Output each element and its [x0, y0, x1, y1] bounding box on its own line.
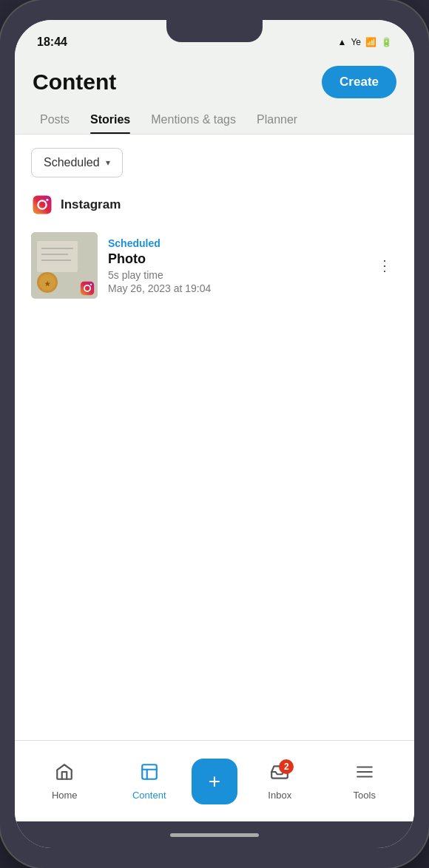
inbox-badge-container: 2 [270, 762, 289, 786]
status-time: 18:44 [37, 35, 67, 49]
instagram-icon [31, 194, 53, 216]
svg-rect-11 [81, 282, 94, 295]
page-title: Content [33, 69, 116, 95]
tab-planner[interactable]: Planner [246, 106, 308, 134]
svg-rect-14 [142, 764, 157, 779]
tools-icon [355, 762, 374, 786]
home-icon [55, 762, 74, 786]
svg-rect-0 [33, 196, 52, 214]
signal-icon: 📶 [365, 37, 376, 47]
nav-inbox-label: Inbox [268, 790, 291, 801]
tab-mentions[interactable]: Mentions & tags [141, 106, 246, 134]
alert-icon: ▲ [338, 37, 347, 47]
svg-rect-4 [37, 241, 78, 272]
post-info: Scheduled Photo 5s play time May 26, 202… [108, 237, 361, 294]
post-thumbnail: ★ [31, 232, 98, 299]
plus-icon: + [209, 770, 220, 793]
battery-icon: 🔋 [381, 37, 392, 47]
post-status: Scheduled [108, 237, 361, 249]
post-platform-badge [79, 280, 95, 296]
home-indicator [170, 833, 259, 837]
post-date: May 26, 2023 at 19:04 [108, 282, 361, 294]
phone-frame: 18:44 ▲ Ye 📶 🔋 Content Create Posts Stor… [0, 0, 429, 868]
tab-stories[interactable]: Stories [80, 106, 141, 134]
tabs-bar: Posts Stories Mentions & tags Planner [15, 106, 414, 134]
page-header: Content Create [15, 58, 414, 98]
phone-bottom-bar [15, 821, 414, 848]
network-icon: Ye [351, 37, 361, 47]
nav-content[interactable]: Content [107, 762, 192, 801]
platform-header: Instagram [31, 194, 398, 216]
nav-content-label: Content [132, 790, 166, 801]
svg-point-2 [46, 199, 48, 201]
chevron-down-icon: ▾ [106, 157, 110, 168]
nav-fab-button[interactable]: + [192, 759, 237, 804]
filter-dropdown[interactable]: Scheduled ▾ [31, 148, 123, 177]
post-item: ★ [31, 226, 398, 305]
status-icons: ▲ Ye 📶 🔋 [338, 37, 392, 47]
nav-tools[interactable]: Tools [322, 762, 408, 801]
nav-home-label: Home [52, 790, 78, 801]
more-options-button[interactable]: ⋮ [371, 251, 398, 280]
instagram-section: Instagram [31, 194, 398, 305]
platform-name: Instagram [61, 197, 121, 212]
notch [166, 20, 263, 42]
svg-text:★: ★ [44, 280, 51, 288]
inbox-badge: 2 [279, 759, 294, 774]
nav-inbox[interactable]: 2 Inbox [237, 762, 322, 801]
nav-tools-label: Tools [354, 790, 376, 801]
phone-screen: 18:44 ▲ Ye 📶 🔋 Content Create Posts Stor… [15, 20, 414, 848]
nav-home[interactable]: Home [22, 762, 107, 801]
post-type: Photo [108, 251, 361, 267]
svg-point-13 [90, 284, 92, 285]
bottom-nav: Home Content + [15, 740, 414, 821]
post-play-time: 5s play time [108, 269, 361, 281]
content-icon [140, 762, 159, 786]
tab-posts[interactable]: Posts [30, 106, 80, 134]
create-button[interactable]: Create [322, 66, 396, 98]
content-area: Scheduled ▾ [15, 135, 414, 740]
filter-label: Scheduled [44, 156, 100, 169]
